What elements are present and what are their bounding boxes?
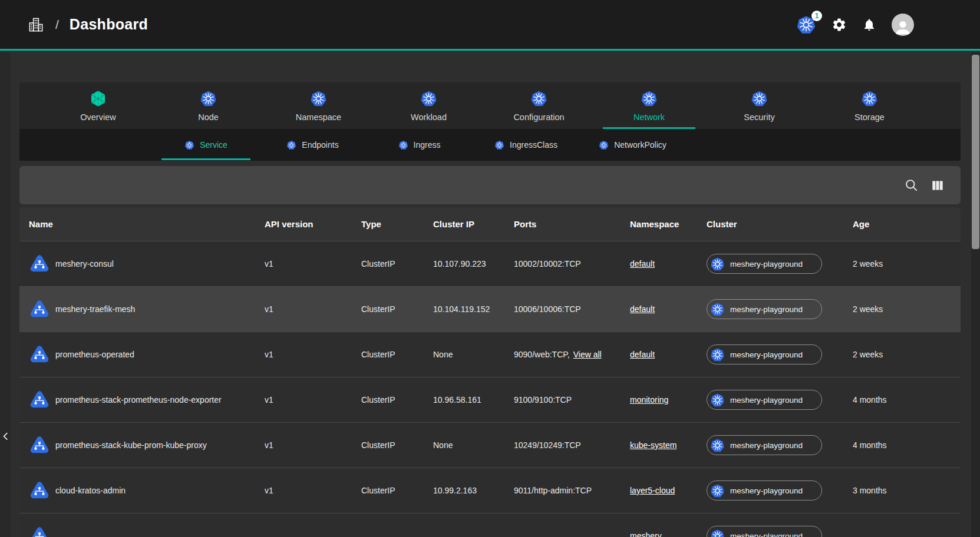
view-columns-button[interactable] [930,178,945,193]
column-header-cluster[interactable]: Cluster [707,219,853,229]
namespace-link[interactable]: default [630,350,655,359]
api-version-cell: v1 [265,486,361,495]
table-row[interactable]: meshery-consul v1 ClusterIP 10.107.90.22… [19,241,961,287]
main-tab-network[interactable]: Network [594,82,704,129]
column-header-ports[interactable]: Ports [514,219,630,229]
view-all-link[interactable]: View all [573,350,602,359]
kubernetes-icon [710,529,725,537]
columns-icon [930,178,945,193]
main-tab-namespace[interactable]: Namespace [263,82,374,129]
service-icon [29,389,50,410]
ports-cell: 10006/10006:TCP [514,304,581,314]
cluster-ip-cell: 10.104.119.152 [433,304,514,314]
settings-button[interactable] [831,17,847,32]
user-avatar[interactable] [892,14,914,36]
type-cell: ClusterIP [361,395,433,405]
column-header-namespace[interactable]: Namespace [630,219,707,229]
page-scrollbar[interactable] [971,52,980,537]
main-tab-storage[interactable]: Storage [814,82,925,129]
namespace-link[interactable]: monitoring [630,395,668,405]
bell-icon [862,18,876,32]
sub-tab-label: Ingress [414,140,441,150]
ports-cell: 10249/10249:TCP [514,440,581,450]
service-icon [29,525,50,537]
main-tab-label: Namespace [296,112,341,122]
main-tab-node[interactable]: Node [153,82,263,129]
cluster-chip[interactable]: meshery-playground [707,299,822,319]
api-version-cell: v1 [265,395,361,405]
page-title: Dashboard [70,16,148,33]
table-row[interactable]: meshery-traefik-mesh v1 ClusterIP 10.104… [19,287,961,332]
cluster-chip[interactable]: meshery-playground [707,526,822,537]
column-header-cluster-ip[interactable]: Cluster IP [433,219,514,229]
cluster-chip[interactable]: meshery-playground [707,254,822,274]
sub-tab-ingressclass[interactable]: IngressClass [473,129,579,161]
person-icon [893,18,913,36]
sub-tab-endpoints[interactable]: Endpoints [259,129,366,161]
notifications-button[interactable] [862,18,876,32]
main-tab-configuration[interactable]: Configuration [484,82,594,129]
scrollbar-thumb[interactable] [972,55,979,249]
cluster-chip[interactable]: meshery-playground [707,344,822,364]
search-button[interactable] [904,178,919,193]
gear-icon [831,17,847,32]
namespace-link[interactable]: layer5-cloud [630,486,675,495]
type-cell: ClusterIP [361,486,433,495]
collapse-drawer-button[interactable] [1,430,11,442]
column-header-name[interactable]: Name [29,219,265,229]
cluster-ip-cell: 10.99.2.163 [433,486,514,495]
table-row[interactable]: prometheus-stack-prometheus-node-exporte… [19,377,961,423]
service-icon [29,344,50,365]
ports-cell: 9011/http-admin:TCP [514,486,592,495]
service-icon [29,435,50,456]
table-row[interactable]: cloud-kratos-admin v1 ClusterIP 10.99.2.… [19,468,961,513]
cluster-connection-button[interactable]: 1 [796,15,816,35]
kubernetes-icon [310,90,327,107]
ports-cell: 9090/web:TCP, [514,350,570,359]
main-tab-label: Node [198,112,219,122]
service-name: prometheus-stack-kube-prom-kube-proxy [55,440,207,450]
kubernetes-icon [710,393,725,407]
main-tab-workload[interactable]: Workload [374,82,484,129]
main-tab-security[interactable]: Security [704,82,814,129]
column-header-api-version[interactable]: API version [265,219,361,229]
sub-tab-label: IngressClass [510,140,557,150]
namespace-link[interactable]: meshery [630,531,662,537]
cluster-chip[interactable]: meshery-playground [707,435,822,455]
api-version-cell: v1 [265,350,361,359]
kubernetes-icon [751,90,768,107]
organization-icon[interactable] [27,16,45,34]
namespace-link[interactable]: default [630,259,655,268]
cluster-chip[interactable]: meshery-playground [707,390,822,410]
app-header: / Dashboard 1 [0,0,980,51]
resource-tabs: Overview Node Namespace Workload Configu… [19,82,961,129]
drawer-edge [0,52,11,537]
sub-tab-ingress[interactable]: Ingress [366,129,473,161]
service-name: meshery-traefik-mesh [55,304,135,314]
cluster-chip[interactable]: meshery-playground [707,480,822,500]
service-name: meshery-consul [55,259,114,268]
kubernetes-icon [494,140,504,150]
kubernetes-icon [200,90,217,107]
cluster-count-badge: 1 [811,11,822,21]
namespace-link[interactable]: default [630,304,655,314]
cluster-name: meshery-playground [730,350,803,359]
kubernetes-icon [710,483,725,498]
main-tab-overview[interactable]: Overview [43,82,153,129]
table-row[interactable]: prometheus-operated v1 ClusterIP None 90… [19,332,961,377]
table-row[interactable]: meshery meshery-playground [19,513,961,537]
column-header-type[interactable]: Type [361,219,433,229]
namespace-link[interactable]: kube-system [630,440,677,450]
cluster-name: meshery-playground [730,441,803,450]
table-row[interactable]: prometheus-stack-kube-prom-kube-proxy v1… [19,423,961,468]
type-cell: ClusterIP [361,350,433,359]
main-tab-label: Security [744,112,774,122]
service-icon [29,299,50,320]
sub-tab-label: Service [200,140,227,150]
cluster-ip-cell: None [433,350,514,359]
sub-tab-service[interactable]: Service [153,129,259,161]
age-cell: 2 weeks [853,304,961,314]
cluster-ip-cell: 10.107.90.223 [433,259,514,268]
column-header-age[interactable]: Age [853,219,961,229]
sub-tab-networkpolicy[interactable]: NetworkPolicy [579,129,686,161]
